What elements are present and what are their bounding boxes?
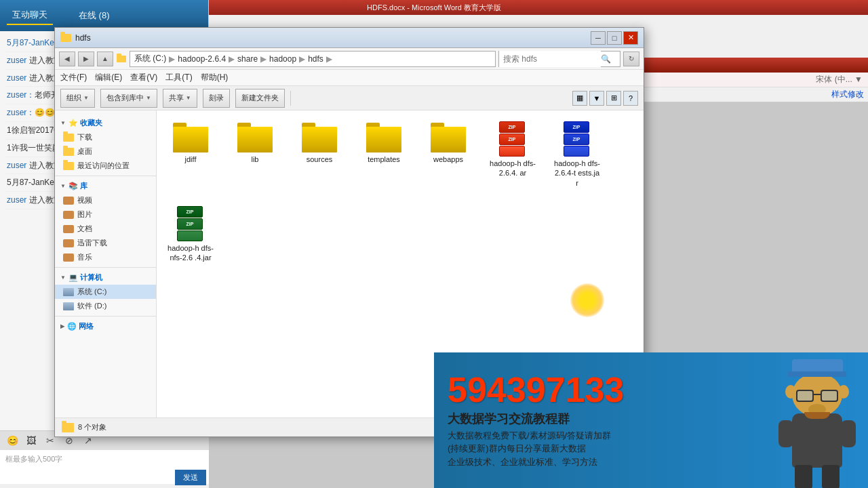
ad-number[interactable]: 594397133 <box>448 372 746 407</box>
sidebar-section-computer[interactable]: ▼ 💻 计算机 <box>55 270 156 285</box>
burn-button[interactable]: 刻录 <box>203 89 230 108</box>
add-to-library-button[interactable]: 包含到库中 ▼ <box>100 89 157 108</box>
exp-menu-edit[interactable]: 编辑(E) <box>95 72 122 83</box>
forward-button[interactable]: ▶ <box>78 52 94 66</box>
file-item-hdfs-nfs-jar[interactable]: ZIP ZIP hadoop-h dfs-nfs-2.6 .4.jar <box>163 202 218 267</box>
sidebar-item-drive-d[interactable]: 软件 (D:) <box>55 299 156 313</box>
sidebar-item-drive-c[interactable]: 系统 (C:) <box>55 285 156 299</box>
status-folder-icon <box>62 423 74 432</box>
file-item-templates[interactable]: templates <box>357 117 411 192</box>
path-segment-1[interactable]: hadoop-2.6.4 <box>178 54 226 64</box>
organize-button[interactable]: 组织 ▼ <box>60 89 95 108</box>
path-segment-4[interactable]: hdfs <box>308 54 323 64</box>
file-item-webapps[interactable]: webapps <box>421 117 475 192</box>
ad-desc-2: 企业级技术、企业就业标准、学习方法 <box>448 455 746 469</box>
path-sep-4: ▶ <box>299 54 305 64</box>
address-path[interactable]: 系统 (C:) ▶ hadoop-2.6.4 ▶ share ▶ hadoop … <box>130 51 496 67</box>
sidebar-item-desktop[interactable]: 桌面 <box>55 144 156 159</box>
nav-folder-icon <box>117 56 126 62</box>
toolbar-separator <box>290 91 291 106</box>
search-input[interactable] <box>499 51 601 67</box>
minimize-button[interactable]: ─ <box>591 31 606 45</box>
emoji-icon[interactable]: 😊 <box>5 434 19 447</box>
ad-desc-1: (持续更新)群内每日分享最新大数据 <box>448 442 746 455</box>
view-icon-button[interactable]: ▦ <box>572 91 587 106</box>
hdfs-tests-jar-icon: ZIP ZIP <box>561 121 593 157</box>
ad-content: 594397133 大数据学习交流教程群 大数据教程免费下载/素材源码/答疑请加… <box>434 362 760 479</box>
file-item-jdiff[interactable]: jdiff <box>163 117 218 192</box>
chat-tab-在线[interactable]: 在线 (8) <box>73 7 115 24</box>
hdfs-jar-icon: ZIP ZIP <box>496 121 529 157</box>
exp-menu-file[interactable]: 文件(F) <box>60 72 87 83</box>
sidebar-item-recent[interactable]: 最近访问的位置 <box>55 159 156 173</box>
up-button[interactable]: ▲ <box>97 52 113 66</box>
explorer-title: hdfs <box>75 33 91 43</box>
hdfs-nfs-jar-icon: ZIP ZIP <box>174 206 207 241</box>
lib-label: lib <box>251 155 258 164</box>
jdiff-label: jdiff <box>185 155 197 164</box>
file-item-sources[interactable]: sources <box>292 117 347 192</box>
back-button[interactable]: ◀ <box>59 52 75 66</box>
file-item-lib[interactable]: lib <box>228 117 282 192</box>
templates-folder-icon <box>366 121 401 152</box>
lib-folder-icon <box>237 121 273 152</box>
music-icon <box>63 253 74 262</box>
file-item-hdfs-jar[interactable]: ZIP ZIP hadoop-h dfs-2.6.4. ar <box>486 117 540 192</box>
templates-label: templates <box>368 155 400 164</box>
sidebar-item-music[interactable]: 音乐 <box>55 250 156 264</box>
char-arm-left <box>778 420 793 447</box>
sidebar-item-downloads[interactable]: 下载 <box>55 130 156 144</box>
sidebar-section-network[interactable]: ▶ 🌐 网络 <box>55 319 156 333</box>
status-count: 8 个对象 <box>78 422 106 432</box>
char-hat-brim <box>788 371 846 377</box>
preview-pane-button[interactable]: ⊞ <box>606 91 621 106</box>
hdfs-nfs-jar-label: hadoop-h dfs-nfs-2.6 .4.jar <box>167 243 214 263</box>
path-segment-3[interactable]: hadoop <box>269 54 296 64</box>
sidebar-item-documents[interactable]: 文档 <box>55 222 156 236</box>
sidebar-item-thunder[interactable]: 迅雷下载 <box>55 236 156 250</box>
path-sep-5: ▶ <box>326 54 332 64</box>
new-folder-button[interactable]: 新建文件夹 <box>235 89 285 108</box>
image-icon[interactable]: 🖼 <box>24 434 38 447</box>
pictures-icon <box>63 211 74 219</box>
chat-send-button[interactable]: 发送 <box>175 470 206 485</box>
refresh-button[interactable]: ↻ <box>623 52 639 66</box>
share-button[interactable]: 共享 ▼ <box>163 89 197 108</box>
sidebar-divider-1 <box>55 176 156 176</box>
computer-arrow: ▼ <box>60 274 66 281</box>
favorites-arrow: ▼ <box>60 120 66 126</box>
webapps-folder-icon <box>431 121 466 152</box>
search-icon: 🔍 <box>601 54 614 64</box>
maximize-button[interactable]: □ <box>607 31 622 45</box>
sidebar-divider-2 <box>55 267 156 268</box>
exp-menu-tools[interactable]: 工具(T) <box>165 72 192 83</box>
char-arm-right <box>841 420 856 447</box>
explorer-folder-icon <box>60 34 71 42</box>
jdiff-folder-icon <box>173 121 208 152</box>
view-details-button[interactable]: ▼ <box>589 91 604 106</box>
network-arrow: ▶ <box>60 323 64 329</box>
sidebar-item-pictures[interactable]: 图片 <box>55 207 156 222</box>
path-segment-2[interactable]: share <box>237 54 258 64</box>
exp-menu-help[interactable]: 帮助(H) <box>201 72 229 83</box>
exp-menu-view[interactable]: 查看(V) <box>130 72 157 83</box>
sources-folder-icon <box>302 121 337 152</box>
char-mouth <box>804 412 830 419</box>
drive-c-icon <box>63 288 74 296</box>
sidebar-section-library[interactable]: ▼ 📚 库 <box>55 179 156 193</box>
webapps-label: webapps <box>433 155 463 164</box>
explorer-sidebar: ▼ ⭐ 收藏夹 下载 桌面 最近访问的位置 ▼ 📚 库 <box>55 110 157 418</box>
chat-tab-互动聊天[interactable]: 互动聊天 <box>7 6 53 25</box>
cursor-highlight <box>570 283 604 317</box>
char-leg-right <box>822 465 840 488</box>
sidebar-item-video[interactable]: 视频 <box>55 193 156 207</box>
sources-label: sources <box>307 155 333 164</box>
chat-footer: 😊 🖼 ✂ ⊘ ↗ 框最多输入500字 发送 <box>0 430 209 488</box>
sidebar-section-favorites[interactable]: ▼ ⭐ 收藏夹 <box>55 116 156 130</box>
help-button[interactable]: ? <box>623 91 638 106</box>
chat-input-hint: 框最多输入500字 <box>3 453 206 466</box>
file-item-hdfs-tests-jar[interactable]: ZIP ZIP hadoop-h dfs-2.6.4-t ests.jar <box>550 117 604 192</box>
close-button[interactable]: ✕ <box>623 31 638 45</box>
char-body <box>792 413 842 468</box>
path-segment-0[interactable]: 系统 (C:) <box>134 53 166 64</box>
